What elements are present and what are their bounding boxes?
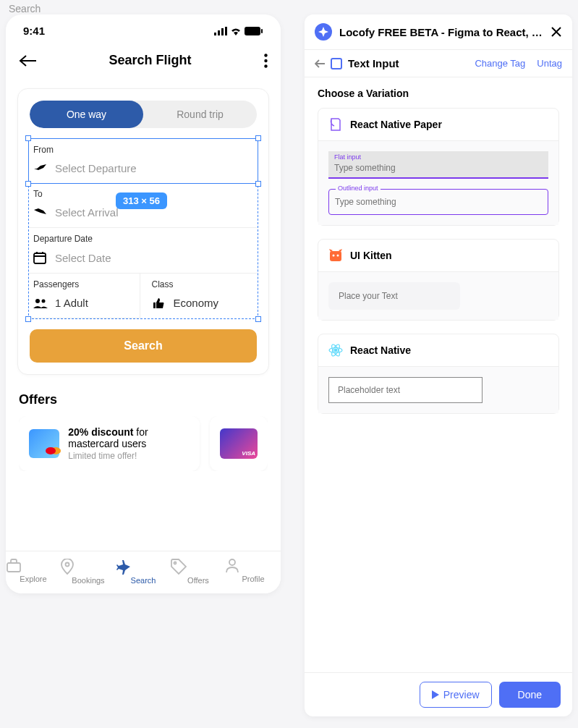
date-label: Departure Date (29, 231, 258, 245)
panel-footer: Preview Done (305, 672, 572, 716)
nav-bookings[interactable]: Bookings (61, 551, 116, 593)
selection-handle[interactable] (25, 135, 31, 141)
nav-label: Explore (6, 575, 61, 583)
svg-point-15 (229, 559, 235, 565)
text-input-tag-icon (331, 58, 342, 69)
selection-size-badge: 313 × 56 (116, 192, 167, 209)
offer-card-mastercard[interactable]: 20% discount for mastercard users Limite… (19, 416, 200, 471)
flat-input-label: Flat input (334, 153, 361, 161)
back-icon[interactable] (19, 54, 36, 67)
figma-selection[interactable]: 313 × 56 From Select Departure To (28, 138, 258, 319)
locofy-logo-icon (315, 23, 332, 41)
selection-handle[interactable] (25, 316, 31, 322)
svg-rect-1 (218, 30, 220, 35)
variation-ui-kitten[interactable]: UI Kitten (318, 239, 559, 321)
status-time: 9:41 (23, 25, 45, 37)
selection-handle[interactable] (255, 181, 261, 187)
passengers-input[interactable]: 1 Adult (29, 291, 140, 315)
flight-search-card: One way Round trip 313 × 56 From Select … (17, 88, 269, 375)
svg-point-18 (337, 255, 339, 257)
back-arrow-icon[interactable] (315, 59, 325, 68)
class-label: Class (148, 276, 258, 291)
flat-input[interactable] (328, 151, 548, 179)
nav-search[interactable]: Search (116, 551, 171, 593)
svg-rect-2 (221, 28, 224, 35)
variation-name: UI Kitten (350, 250, 392, 261)
play-icon (432, 690, 439, 699)
screen-header: Search Flight (6, 41, 281, 80)
svg-rect-3 (225, 27, 227, 35)
pin-icon (61, 559, 116, 575)
variation-react-native-paper[interactable]: React Native Paper Flat input Outlined i… (318, 108, 559, 226)
panel-title: Locofy FREE BETA - Figma to React, R... (339, 26, 543, 38)
change-tag-link[interactable]: Change Tag (475, 58, 525, 69)
offer-title: 20% discount for mastercard users (68, 426, 190, 449)
search-button[interactable]: Search (30, 329, 257, 363)
nav-profile[interactable]: Profile (226, 551, 281, 593)
rn-input[interactable] (328, 377, 483, 403)
nav-label: Search (116, 576, 171, 585)
untag-link[interactable]: Untag (537, 58, 562, 69)
react-icon (328, 343, 343, 357)
preview-button[interactable]: Preview (420, 682, 492, 708)
class-input[interactable]: Economy (148, 291, 258, 315)
phone-frame: 9:41 Search Flight One way Round trip (6, 14, 281, 593)
done-button[interactable]: Done (499, 682, 561, 708)
passengers-value: 1 Adult (55, 297, 88, 309)
svg-point-7 (264, 59, 267, 62)
ui-kitten-icon (328, 248, 343, 263)
choose-variation-label: Choose a Variation (318, 88, 559, 99)
nav-label: Bookings (61, 576, 116, 585)
selection-handle[interactable] (255, 316, 261, 322)
mastercard-icon (29, 429, 59, 458)
offer-card-visa[interactable]: VISA (210, 416, 268, 471)
selection-handle[interactable] (255, 135, 261, 141)
variation-react-native[interactable]: React Native (318, 334, 559, 414)
svg-rect-16 (330, 251, 341, 261)
nav-offers[interactable]: Offers (171, 551, 226, 593)
from-input[interactable]: Select Departure (29, 156, 258, 180)
panel-body: Choose a Variation React Native Paper Fl… (305, 77, 572, 672)
svg-point-17 (333, 255, 335, 257)
to-placeholder: Select Arrival (55, 206, 119, 219)
round-trip-tab[interactable]: Round trip (143, 101, 257, 128)
svg-point-6 (264, 54, 267, 56)
offers-heading: Offers (19, 392, 268, 407)
selection-handle[interactable] (25, 181, 31, 187)
trip-type-toggle: One way Round trip (30, 101, 257, 128)
from-placeholder: Select Departure (55, 162, 137, 174)
status-bar: 9:41 (6, 14, 281, 41)
svg-rect-12 (7, 563, 20, 572)
plane-landing-icon (33, 207, 48, 219)
offer-subtitle: Limited time offer! (68, 451, 190, 461)
class-value: Economy (174, 297, 219, 309)
kebab-menu-icon[interactable] (264, 54, 268, 68)
offers-section: Offers 20% discount for mastercard users… (6, 384, 281, 480)
one-way-tab[interactable]: One way (30, 101, 143, 128)
variation-name: React Native (350, 344, 411, 356)
kitten-input[interactable] (328, 282, 460, 310)
nav-label: Profile (226, 575, 281, 583)
svg-rect-9 (34, 253, 46, 263)
panel-subheader: Text Input Change Tag Untag (305, 50, 572, 77)
app-search-label: Search (9, 3, 41, 14)
signal-icon (214, 27, 227, 35)
nav-explore[interactable]: Explore (6, 551, 61, 593)
date-input[interactable]: Select Date (29, 245, 258, 270)
svg-point-13 (66, 563, 69, 567)
tag-icon (171, 559, 226, 575)
battery-icon (245, 27, 263, 35)
close-icon[interactable] (551, 26, 562, 38)
outlined-input[interactable] (328, 189, 548, 215)
outlined-input-preview[interactable]: Outlined input (328, 189, 548, 215)
svg-rect-4 (245, 27, 260, 35)
briefcase-icon (6, 559, 61, 573)
thumbs-up-icon (152, 297, 166, 309)
flat-input-preview[interactable]: Flat input (328, 151, 548, 179)
paper-icon (328, 117, 343, 132)
date-placeholder: Select Date (55, 252, 111, 264)
page-title: Search Flight (109, 53, 191, 68)
svg-point-10 (35, 299, 40, 303)
outlined-input-label: Outlined input (336, 185, 381, 192)
svg-point-11 (42, 299, 46, 302)
